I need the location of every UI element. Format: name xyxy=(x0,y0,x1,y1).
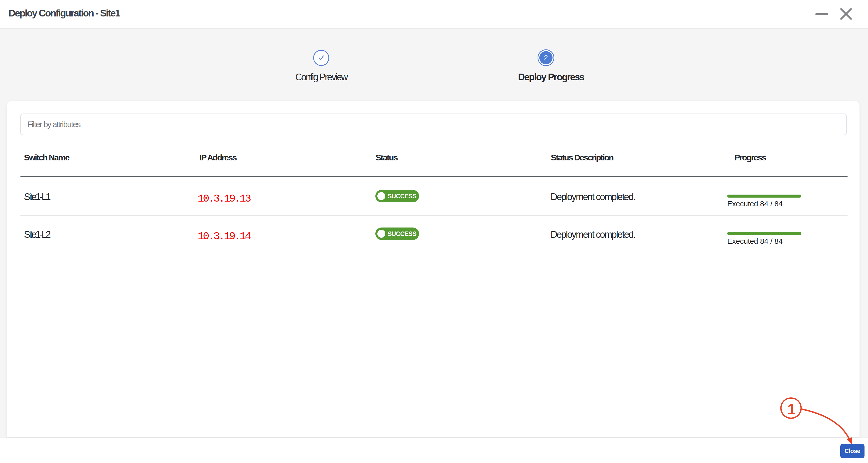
svg-text:1: 1 xyxy=(787,401,795,417)
